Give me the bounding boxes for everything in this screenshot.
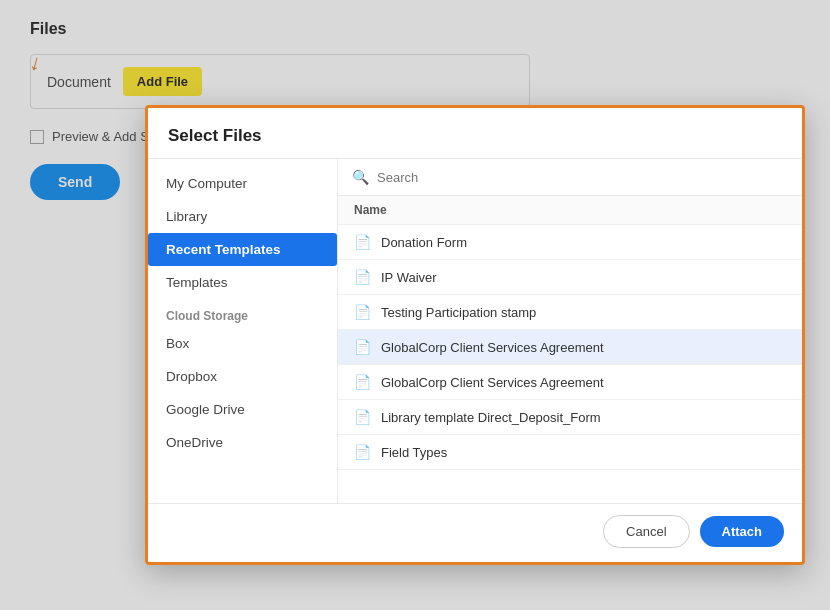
attach-button[interactable]: Attach xyxy=(700,516,784,547)
file-item-ip-waiver[interactable]: 📄 IP Waiver xyxy=(338,260,802,295)
file-name: Donation Form xyxy=(381,235,467,250)
search-input[interactable] xyxy=(377,170,788,185)
file-item-globalcorp-2[interactable]: 📄 GlobalCorp Client Services Agreement xyxy=(338,365,802,400)
cancel-button[interactable]: Cancel xyxy=(603,515,689,548)
sidebar-item-dropbox[interactable]: Dropbox xyxy=(148,360,337,393)
select-files-dialog: Select Files My Computer Library Recent … xyxy=(145,105,805,565)
dialog-content: 🔍 Name 📄 Donation Form 📄 IP Waiver 📄 Tes… xyxy=(338,159,802,503)
file-name: GlobalCorp Client Services Agreement xyxy=(381,375,604,390)
file-icon: 📄 xyxy=(354,374,371,390)
file-name: Testing Participation stamp xyxy=(381,305,536,320)
search-icon: 🔍 xyxy=(352,169,369,185)
file-icon: 📄 xyxy=(354,234,371,250)
search-bar: 🔍 xyxy=(338,159,802,196)
file-icon: 📄 xyxy=(354,304,371,320)
file-name: Field Types xyxy=(381,445,447,460)
cloud-storage-label: Cloud Storage xyxy=(148,299,337,327)
dialog-title: Select Files xyxy=(168,126,262,145)
file-list: 📄 Donation Form 📄 IP Waiver 📄 Testing Pa… xyxy=(338,225,802,503)
sidebar-item-recent-templates[interactable]: Recent Templates xyxy=(148,233,337,266)
file-item-field-types[interactable]: 📄 Field Types xyxy=(338,435,802,470)
file-item-library-template[interactable]: 📄 Library template Direct_Deposit_Form xyxy=(338,400,802,435)
dialog-footer: Cancel Attach xyxy=(148,503,802,559)
file-list-header: Name xyxy=(338,196,802,225)
dialog-body: My Computer Library Recent Templates Tem… xyxy=(148,159,802,503)
file-icon: 📄 xyxy=(354,339,371,355)
dialog-header: Select Files xyxy=(148,108,802,159)
sidebar-item-templates[interactable]: Templates xyxy=(148,266,337,299)
file-icon: 📄 xyxy=(354,269,371,285)
file-icon: 📄 xyxy=(354,444,371,460)
file-item-globalcorp-selected[interactable]: 📄 GlobalCorp Client Services Agreement xyxy=(338,330,802,365)
file-name: GlobalCorp Client Services Agreement xyxy=(381,340,604,355)
file-icon: 📄 xyxy=(354,409,371,425)
file-name: Library template Direct_Deposit_Form xyxy=(381,410,601,425)
dialog-sidebar: My Computer Library Recent Templates Tem… xyxy=(148,159,338,503)
file-item-testing-participation[interactable]: 📄 Testing Participation stamp xyxy=(338,295,802,330)
sidebar-item-box[interactable]: Box xyxy=(148,327,337,360)
sidebar-item-google-drive[interactable]: Google Drive xyxy=(148,393,337,426)
file-item-donation-form[interactable]: 📄 Donation Form xyxy=(338,225,802,260)
sidebar-item-library[interactable]: Library xyxy=(148,200,337,233)
sidebar-item-onedrive[interactable]: OneDrive xyxy=(148,426,337,459)
file-name: IP Waiver xyxy=(381,270,437,285)
sidebar-item-my-computer[interactable]: My Computer xyxy=(148,167,337,200)
